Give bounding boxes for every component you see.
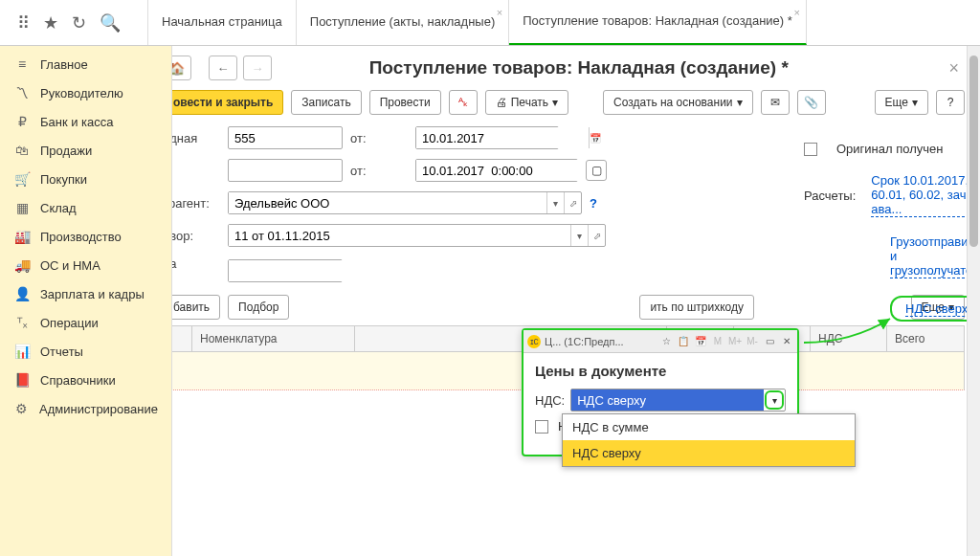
contragent-input[interactable]: ▾⬀: [228, 191, 582, 214]
sidebar-item[interactable]: ₽Банк и касса: [0, 107, 171, 136]
main: 🏠 ← → Поступление товаров: Накладная (со…: [172, 46, 980, 556]
help-button[interactable]: ?: [936, 90, 965, 115]
chevron-down-icon[interactable]: ▾: [765, 390, 784, 410]
sidebar-item[interactable]: 📕Справочники: [0, 366, 171, 394]
sidebar-item[interactable]: 📊Отчеты: [0, 337, 171, 366]
dogovor-input[interactable]: ▾⬀: [228, 224, 606, 247]
chevron-down-icon[interactable]: ▾: [546, 192, 564, 213]
close-icon[interactable]: ×: [497, 6, 502, 19]
r-label: р:: [172, 164, 220, 178]
raschety-link[interactable]: Срок 10.01.2017, 60.01, 60.02, зачет ава…: [871, 173, 980, 217]
min-button[interactable]: ▭: [763, 335, 776, 348]
print-button[interactable]: 🖨 Печать ▾: [485, 90, 568, 115]
tabs: Начальная страница Поступление (акты, на…: [148, 0, 807, 45]
mail-button[interactable]: ✉: [761, 90, 790, 115]
sidebar-item[interactable]: ▦Склад: [0, 193, 171, 222]
date-label: от:: [350, 131, 408, 145]
na-input[interactable]: [228, 259, 343, 282]
open-icon[interactable]: ⬀: [588, 225, 605, 246]
topbar-icons: ⠿ ★ ↻ 🔍: [0, 0, 148, 45]
date2-input[interactable]: 📅: [415, 159, 578, 182]
search-icon[interactable]: 🔍: [100, 12, 121, 33]
app-icon: ɪc: [527, 335, 541, 348]
raschety-label: Расчеты:: [804, 189, 856, 203]
cal-icon[interactable]: 📅: [694, 335, 707, 348]
apps-icon[interactable]: ⠿: [17, 12, 30, 33]
reports-icon: 📊: [13, 344, 31, 359]
sidebar-item[interactable]: 👤Зарплата и кадры: [0, 279, 171, 308]
ops-icon: ᵀₓ: [13, 315, 31, 330]
original-label: Оригинал получен: [836, 142, 943, 156]
nakladnaya-input[interactable]: [228, 126, 343, 149]
popup-win-title: Ц... (1С:Предп...: [545, 336, 624, 347]
sidebar-item[interactable]: 🚚ОС и НМА: [0, 251, 171, 279]
page-title: Поступление товаров: Накладная (создание…: [220, 57, 937, 78]
nds-label: НДС:: [535, 393, 565, 408]
popup-heading: Цены в документе: [535, 363, 786, 379]
vertical-scrollbar[interactable]: [967, 46, 980, 556]
podbor-button[interactable]: Подбор: [228, 295, 289, 320]
fav-icon[interactable]: ☆: [659, 335, 673, 348]
home-button[interactable]: 🏠: [172, 56, 191, 80]
sidebar-item[interactable]: ⚙Администрирование: [0, 394, 171, 423]
na-label: на т:: [172, 256, 220, 285]
bag-icon: 🛍: [13, 143, 31, 158]
chevron-down-icon[interactable]: ▾: [570, 225, 588, 246]
star-icon[interactable]: ★: [43, 12, 58, 33]
person-icon: 👤: [13, 286, 31, 301]
chart-icon: 〽: [13, 85, 31, 100]
close-icon[interactable]: ×: [793, 6, 799, 19]
tab-receipts[interactable]: Поступление (акты, накладные)×: [297, 0, 509, 45]
nakladnaya-label: адная: [172, 131, 220, 145]
calc-icon[interactable]: 📋: [677, 335, 690, 348]
gear-icon: ⚙: [13, 401, 30, 416]
dtkt-button[interactable]: ᴬₖ: [449, 90, 478, 115]
date-label: от:: [350, 164, 408, 178]
sidebar-item[interactable]: ᵀₓОперации: [0, 308, 171, 337]
tab-invoice[interactable]: Поступление товаров: Накладная (создание…: [509, 0, 807, 45]
add-button[interactable]: бавить: [172, 295, 220, 320]
barcode-button[interactable]: ить по штрихкоду: [639, 295, 754, 320]
nds-option[interactable]: НДС в сумме: [563, 414, 855, 440]
mminus-button[interactable]: M-: [746, 335, 759, 348]
popup-close-button[interactable]: ✕: [780, 335, 793, 348]
sidebar-item[interactable]: 🏭Производство: [0, 222, 171, 251]
date1-input[interactable]: 📅: [415, 126, 559, 149]
post-button[interactable]: Провести: [369, 90, 441, 115]
info-icon[interactable]: ?: [590, 196, 597, 211]
create-based-button[interactable]: Создать на основании ▾: [603, 90, 753, 115]
contragent-label: трагент:: [172, 196, 220, 211]
write-button[interactable]: Записать: [291, 90, 361, 115]
close-button[interactable]: ×: [943, 58, 965, 78]
open-button[interactable]: ▢: [586, 160, 607, 181]
r-input[interactable]: [228, 159, 343, 182]
sidebar: ≡Главное 〽Руководителю ₽Банк и касса 🛍Пр…: [0, 46, 172, 556]
more-button[interactable]: Еще ▾: [875, 90, 928, 115]
history-icon[interactable]: ↻: [72, 12, 86, 33]
m-button[interactable]: M: [711, 335, 724, 348]
original-checkbox[interactable]: [804, 143, 817, 156]
calendar-icon[interactable]: 📅: [589, 127, 601, 148]
right-column: Оригинал получен Расчеты:Срок 10.01.2017…: [804, 142, 980, 339]
menu-icon: ≡: [13, 56, 31, 72]
nds-dropdown: НДС в сумме НДС сверху: [562, 413, 856, 467]
nds-select[interactable]: ▾: [570, 389, 786, 411]
ruble-icon: ₽: [13, 114, 31, 129]
popup-titlebar[interactable]: ɪc Ц... (1С:Предп... ☆ 📋 📅 M M+ M- ▭ ✕: [523, 330, 797, 353]
sidebar-item[interactable]: 〽Руководителю: [0, 78, 171, 107]
truck-icon: 🚚: [13, 257, 31, 273]
warehouse-icon: ▦: [13, 200, 31, 215]
post-close-button[interactable]: овести и закрыть: [172, 90, 283, 115]
book-icon: 📕: [13, 372, 31, 388]
sidebar-item[interactable]: ≡Главное: [0, 50, 171, 78]
sidebar-item[interactable]: 🛍Продажи: [0, 136, 171, 165]
sidebar-item[interactable]: 🛒Покупки: [0, 165, 171, 193]
factory-icon: 🏭: [13, 229, 31, 244]
tab-home[interactable]: Начальная страница: [148, 0, 297, 45]
open-icon[interactable]: ⬀: [564, 192, 581, 213]
topbar: ⠿ ★ ↻ 🔍 Начальная страница Поступление (…: [0, 0, 980, 46]
nds-option-selected[interactable]: НДС сверху: [563, 440, 855, 466]
nds-checkbox[interactable]: [535, 420, 548, 434]
attach-button[interactable]: 📎: [797, 90, 826, 115]
mplus-button[interactable]: M+: [728, 335, 742, 348]
